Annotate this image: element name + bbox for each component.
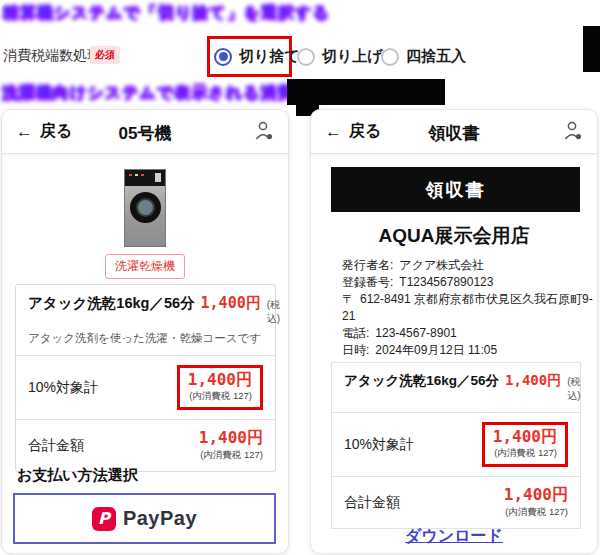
radio-dot <box>219 52 228 61</box>
receipt-banner-label: 領収書 <box>426 178 486 202</box>
total-price: 1,400円 <box>199 429 263 447</box>
redaction-box <box>287 79 445 105</box>
radio-option-round-half[interactable]: 四捨五入 <box>381 47 466 66</box>
radio-option-round-down[interactable]: 切り捨て <box>214 47 300 66</box>
total-price: 1,400円 <box>504 486 568 504</box>
course-description: アタック洗剤を使った洗濯・乾燥コースです <box>28 331 263 346</box>
receipt-items-card: アタック洗乾16kg／56分 1,400円 (税込) 10%対象計 1,400円… <box>331 362 581 529</box>
redacted-heading-1: 精算機システムで「切り捨て」を選択する <box>3 3 330 24</box>
total-tax-detail: (内消費税 127) <box>504 506 568 519</box>
tax-subtotal-detail: (内消費税 127) <box>188 390 252 403</box>
washer-control-panel <box>125 170 165 186</box>
course-price: 1,400円 <box>505 372 561 390</box>
radio-label-round-half[interactable]: 四捨五入 <box>406 47 466 66</box>
required-badge: 必須 <box>90 46 120 64</box>
machine-screen: ← 戻る 05号機 洗濯乾燥機 <box>1 109 289 554</box>
total-row: 合計金額 1,400円 (内消費税 127) <box>332 476 580 527</box>
radio-option-round-up[interactable]: 切り上げ <box>297 47 383 66</box>
washer-door-glass <box>136 198 155 217</box>
screenshot-root: 精算機システムで「切り捨て」を選択する 消費税端数処理 必須 切り捨て 切り上げ… <box>0 0 600 555</box>
user-settings-icon[interactable] <box>563 120 583 142</box>
back-arrow-icon: ← <box>325 123 342 140</box>
washer-coin-slot <box>155 173 161 182</box>
washer-door <box>130 192 161 223</box>
paypay-logo-icon: P <box>92 507 116 531</box>
radio-selected-icon[interactable] <box>214 48 232 66</box>
settings-label: 消費税端数処理 <box>3 47 101 65</box>
page-title: 領収書 <box>371 122 537 145</box>
pricing-card: アタック洗乾16kg／56分 1,400円 (税込) アタック洗剤を使った洗濯・… <box>15 284 276 472</box>
receipt-banner: 領収書 <box>331 167 580 212</box>
course-price: 1,400円 <box>201 294 261 313</box>
course-row: アタック洗乾16kg／56分 1,400円 (税込) <box>332 363 580 412</box>
payment-method-heading: お支払い方法選択 <box>17 466 138 485</box>
total-tax-detail: (内消費税 127) <box>199 449 263 462</box>
user-settings-icon[interactable] <box>254 120 274 142</box>
tax-subtotal-label: 10%対象計 <box>344 436 414 454</box>
total-row: 合計金額 1,400円 (内消費税 127) <box>16 419 275 470</box>
redaction-box <box>583 26 600 72</box>
paypay-button[interactable]: P PayPay <box>13 493 276 544</box>
course-tax-note: (税込) <box>267 298 280 326</box>
address-line: 〒612-8491 京都府京都市伏見区久我石原町9-21 <box>342 291 597 325</box>
download-link[interactable]: ダウンロード <box>311 526 597 547</box>
issuer-details: 発行者名:アクア株式会社 登録番号:T1234567890123 〒612-84… <box>342 257 597 359</box>
back-arrow-icon: ← <box>16 123 33 140</box>
course-name: アタック洗乾16kg／56分 <box>28 294 195 313</box>
receipt-screen-header: ← 戻る 領収書 <box>311 110 597 154</box>
washer-indicator <box>141 174 144 176</box>
tax-subtotal-row: 10%対象計 1,400円 (内消費税 127) <box>332 412 580 476</box>
tax-subtotal-detail: (内消費税 127) <box>493 447 557 460</box>
page-title: 05号機 <box>62 122 228 145</box>
course-row: アタック洗乾16kg／56分 1,400円 (税込) アタック洗剤を使った洗濯・… <box>16 285 275 355</box>
tax-subtotal-price: 1,400円 <box>493 428 557 446</box>
total-label: 合計金額 <box>344 494 400 512</box>
issuer-name-line: 発行者名:アクア株式会社 <box>342 257 597 274</box>
washer-indicator <box>135 174 138 176</box>
redacted-heading-2: 洗濯機向けシステムで表示される消費税額 <box>2 83 328 104</box>
washer-indicator <box>129 174 132 176</box>
total-amount: 1,400円 (内消費税 127) <box>504 486 568 518</box>
store-name: AQUA展示会用店 <box>311 223 597 249</box>
tax-subtotal-label: 10%対象計 <box>28 379 98 397</box>
course-name: アタック洗乾16kg／56分 <box>344 372 499 390</box>
total-label: 合計金額 <box>28 437 84 455</box>
total-amount: 1,400円 (内消費税 127) <box>199 429 263 461</box>
radio-unselected-icon[interactable] <box>297 48 315 66</box>
machine-screen-header: ← 戻る 05号機 <box>2 110 288 154</box>
phone-line: 電話:123-4567-8901 <box>342 325 597 342</box>
radio-label-round-up[interactable]: 切り上げ <box>322 47 383 66</box>
course-tax-note: (税込) <box>567 375 580 403</box>
tax-subtotal-row: 10%対象計 1,400円 (内消費税 127) <box>16 355 275 419</box>
datetime-line: 日時:2024年09月12日 11:05 <box>342 342 597 359</box>
tax-subtotal-price: 1,400円 <box>188 371 252 389</box>
tax-subtotal-amount-highlighted: 1,400円 (内消費税 127) <box>482 422 568 467</box>
radio-unselected-icon[interactable] <box>381 48 399 66</box>
registration-number-line: 登録番号:T1234567890123 <box>342 274 597 291</box>
washing-machine-image <box>124 169 166 247</box>
paypay-wordmark: PayPay <box>123 507 197 530</box>
machine-type-badge: 洗濯乾燥機 <box>105 254 185 279</box>
radio-label-round-down[interactable]: 切り捨て <box>239 47 300 66</box>
tax-subtotal-amount-highlighted: 1,400円 (内消費税 127) <box>177 365 263 410</box>
receipt-screen: ← 戻る 領収書 領収書 AQUA展示会用店 発行者名:アクア株式会社 登録番号… <box>310 109 598 554</box>
